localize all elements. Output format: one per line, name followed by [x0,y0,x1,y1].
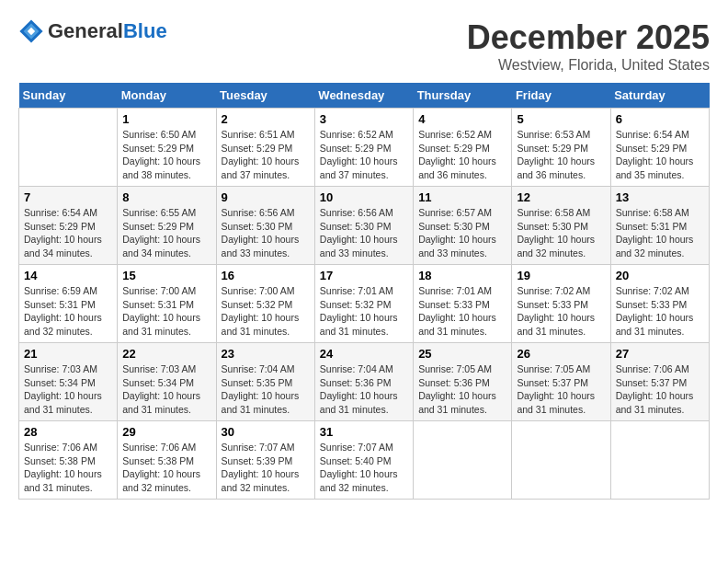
day-info: Sunrise: 6:56 AM Sunset: 5:30 PM Dayligh… [320,206,408,260]
calendar-cell: 17Sunrise: 7:01 AM Sunset: 5:32 PM Dayli… [314,265,413,343]
calendar-cell: 9Sunrise: 6:56 AM Sunset: 5:30 PM Daylig… [216,187,314,265]
day-info: Sunrise: 6:58 AM Sunset: 5:31 PM Dayligh… [616,206,704,260]
day-number: 22 [122,347,210,361]
day-info: Sunrise: 7:02 AM Sunset: 5:33 PM Dayligh… [517,284,605,339]
calendar-cell [610,421,709,500]
day-info: Sunrise: 6:51 AM Sunset: 5:29 PM Dayligh… [222,128,310,182]
day-number: 21 [24,347,112,361]
day-header-wednesday: Wednesday [314,83,413,109]
day-number: 17 [320,269,408,282]
calendar-week-4: 21Sunrise: 7:03 AM Sunset: 5:34 PM Dayli… [19,343,710,421]
day-number: 5 [517,112,605,126]
day-info: Sunrise: 6:50 AM Sunset: 5:29 PM Dayligh… [122,128,210,182]
calendar-cell: 15Sunrise: 7:00 AM Sunset: 5:31 PM Dayli… [118,265,216,343]
calendar-cell: 14Sunrise: 6:59 AM Sunset: 5:31 PM Dayli… [19,265,118,343]
day-info: Sunrise: 7:06 AM Sunset: 5:37 PM Dayligh… [616,362,704,417]
day-number: 23 [222,347,310,361]
calendar-cell: 20Sunrise: 7:02 AM Sunset: 5:33 PM Dayli… [610,265,709,343]
day-info: Sunrise: 6:54 AM Sunset: 5:29 PM Dayligh… [616,128,704,182]
calendar-cell: 4Sunrise: 6:52 AM Sunset: 5:29 PM Daylig… [414,109,512,187]
day-number: 9 [222,190,310,204]
calendar-cell: 25Sunrise: 7:05 AM Sunset: 5:36 PM Dayli… [414,343,512,421]
logo-icon [18,18,44,44]
calendar-table: SundayMondayTuesdayWednesdayThursdayFrid… [18,83,710,500]
day-info: Sunrise: 6:52 AM Sunset: 5:29 PM Dayligh… [418,128,506,182]
logo: GeneralBlue [18,18,167,44]
day-number: 25 [418,347,506,361]
day-number: 1 [122,112,210,126]
calendar-cell: 13Sunrise: 6:58 AM Sunset: 5:31 PM Dayli… [610,187,709,265]
title-block: December 2025 Westview, Florida, United … [467,18,710,74]
calendar-header: SundayMondayTuesdayWednesdayThursdayFrid… [19,83,710,109]
calendar-cell: 21Sunrise: 7:03 AM Sunset: 5:34 PM Dayli… [19,343,118,421]
calendar-cell: 10Sunrise: 6:56 AM Sunset: 5:30 PM Dayli… [314,187,413,265]
calendar-week-5: 28Sunrise: 7:06 AM Sunset: 5:38 PM Dayli… [19,421,710,500]
day-info: Sunrise: 7:04 AM Sunset: 5:36 PM Dayligh… [320,362,408,417]
day-info: Sunrise: 6:55 AM Sunset: 5:29 PM Dayligh… [122,206,210,260]
day-info: Sunrise: 7:00 AM Sunset: 5:31 PM Dayligh… [122,284,210,339]
day-info: Sunrise: 7:05 AM Sunset: 5:36 PM Dayligh… [418,362,506,417]
calendar-cell: 5Sunrise: 6:53 AM Sunset: 5:29 PM Daylig… [512,109,610,187]
day-number: 28 [24,425,112,439]
day-info: Sunrise: 7:02 AM Sunset: 5:33 PM Dayligh… [616,284,704,339]
day-number: 29 [122,425,210,439]
day-info: Sunrise: 6:57 AM Sunset: 5:30 PM Dayligh… [418,206,506,260]
calendar-cell: 29Sunrise: 7:06 AM Sunset: 5:38 PM Dayli… [118,421,216,500]
day-number: 10 [320,190,408,204]
day-number: 7 [24,190,112,204]
day-number: 24 [320,347,408,361]
day-number: 8 [122,190,210,204]
day-number: 27 [616,347,704,361]
calendar-cell: 16Sunrise: 7:00 AM Sunset: 5:32 PM Dayli… [216,265,314,343]
day-number: 13 [616,190,704,204]
page-header: GeneralBlue December 2025 Westview, Flor… [18,18,710,74]
calendar-cell: 7Sunrise: 6:54 AM Sunset: 5:29 PM Daylig… [19,187,118,265]
logo-general-text: General [48,19,123,42]
day-info: Sunrise: 7:06 AM Sunset: 5:38 PM Dayligh… [24,441,112,495]
calendar-cell [414,421,512,500]
day-info: Sunrise: 7:01 AM Sunset: 5:32 PM Dayligh… [320,284,408,339]
calendar-cell: 30Sunrise: 7:07 AM Sunset: 5:39 PM Dayli… [216,421,314,500]
calendar-cell [512,421,610,500]
day-info: Sunrise: 7:00 AM Sunset: 5:32 PM Dayligh… [222,284,310,339]
day-header-friday: Friday [512,83,610,109]
day-info: Sunrise: 7:03 AM Sunset: 5:34 PM Dayligh… [24,362,112,417]
location-text: Westview, Florida, United States [467,57,710,74]
calendar-cell [19,109,118,187]
day-info: Sunrise: 7:01 AM Sunset: 5:33 PM Dayligh… [418,284,506,339]
day-info: Sunrise: 6:52 AM Sunset: 5:29 PM Dayligh… [320,128,408,182]
calendar-cell: 31Sunrise: 7:07 AM Sunset: 5:40 PM Dayli… [314,421,413,500]
day-info: Sunrise: 6:59 AM Sunset: 5:31 PM Dayligh… [24,284,112,339]
day-number: 26 [517,347,605,361]
day-header-sunday: Sunday [19,83,118,109]
calendar-cell: 28Sunrise: 7:06 AM Sunset: 5:38 PM Dayli… [19,421,118,500]
day-header-monday: Monday [118,83,216,109]
day-info: Sunrise: 6:53 AM Sunset: 5:29 PM Dayligh… [517,128,605,182]
day-header-thursday: Thursday [414,83,512,109]
day-number: 6 [616,112,704,126]
day-number: 31 [320,425,408,439]
calendar-cell: 6Sunrise: 6:54 AM Sunset: 5:29 PM Daylig… [610,109,709,187]
month-title: December 2025 [467,18,710,57]
calendar-cell: 11Sunrise: 6:57 AM Sunset: 5:30 PM Dayli… [414,187,512,265]
calendar-cell: 18Sunrise: 7:01 AM Sunset: 5:33 PM Dayli… [414,265,512,343]
calendar-week-3: 14Sunrise: 6:59 AM Sunset: 5:31 PM Dayli… [19,265,710,343]
calendar-cell: 2Sunrise: 6:51 AM Sunset: 5:29 PM Daylig… [216,109,314,187]
day-info: Sunrise: 7:07 AM Sunset: 5:39 PM Dayligh… [222,441,310,495]
day-info: Sunrise: 7:06 AM Sunset: 5:38 PM Dayligh… [122,441,210,495]
calendar-cell: 23Sunrise: 7:04 AM Sunset: 5:35 PM Dayli… [216,343,314,421]
calendar-cell: 26Sunrise: 7:05 AM Sunset: 5:37 PM Dayli… [512,343,610,421]
day-info: Sunrise: 7:03 AM Sunset: 5:34 PM Dayligh… [122,362,210,417]
calendar-cell: 1Sunrise: 6:50 AM Sunset: 5:29 PM Daylig… [118,109,216,187]
calendar-body: 1Sunrise: 6:50 AM Sunset: 5:29 PM Daylig… [19,109,710,500]
day-info: Sunrise: 7:05 AM Sunset: 5:37 PM Dayligh… [517,362,605,417]
day-number: 2 [222,112,310,126]
calendar-cell: 8Sunrise: 6:55 AM Sunset: 5:29 PM Daylig… [118,187,216,265]
day-info: Sunrise: 7:07 AM Sunset: 5:40 PM Dayligh… [320,441,408,495]
calendar-cell: 24Sunrise: 7:04 AM Sunset: 5:36 PM Dayli… [314,343,413,421]
day-info: Sunrise: 6:58 AM Sunset: 5:30 PM Dayligh… [517,206,605,260]
day-number: 15 [122,269,210,282]
day-info: Sunrise: 6:56 AM Sunset: 5:30 PM Dayligh… [222,206,310,260]
calendar-cell: 27Sunrise: 7:06 AM Sunset: 5:37 PM Dayli… [610,343,709,421]
day-info: Sunrise: 7:04 AM Sunset: 5:35 PM Dayligh… [222,362,310,417]
